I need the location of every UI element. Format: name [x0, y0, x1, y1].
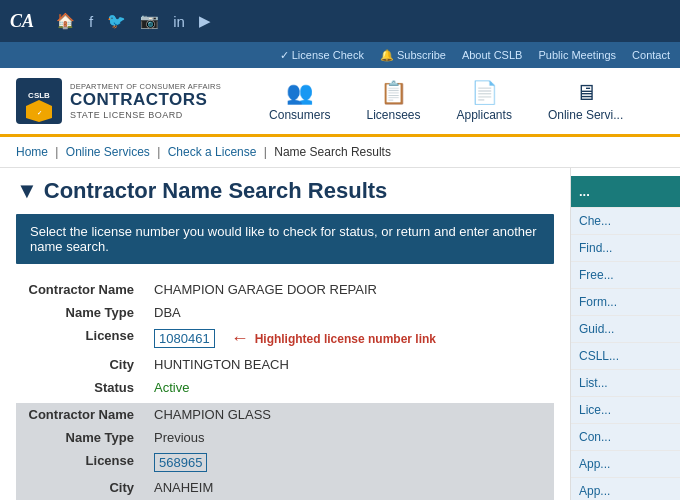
logo-text-block: DEPARTMENT OF CONSUMER AFFAIRS CONTRACTO… — [70, 82, 221, 120]
label-license-2: License — [16, 449, 146, 476]
page-title: Contractor Name Search Results — [44, 178, 388, 204]
logo-block: CSLB ✓ DEPARTMENT OF CONSUMER AFFAIRS CO… — [16, 78, 221, 124]
consumers-icon: 👥 — [286, 80, 313, 106]
table-row: Status Active — [16, 376, 554, 399]
logo-board-label: STATE LICENSE BOARD — [70, 110, 221, 120]
license-number-link-1[interactable]: 1080461 — [154, 329, 215, 348]
contact-link[interactable]: Contact — [632, 49, 670, 61]
value-name-type-2: Previous — [146, 426, 554, 449]
title-arrow-icon: ▼ — [16, 178, 38, 204]
content-area: ▼ Contractor Name Search Results Select … — [0, 168, 570, 500]
gov-bar: CA 🏠 f 🐦 📷 in ▶ — [0, 0, 680, 42]
nav-applicants-label: Applicants — [457, 108, 512, 122]
facebook-icon[interactable]: f — [89, 13, 93, 30]
twitter-icon[interactable]: 🐦 — [107, 12, 126, 30]
main-nav: 👥 Consumers 📋 Licensees 📄 Applicants 🖥 O… — [251, 76, 664, 126]
label-status-1: Status — [16, 376, 146, 399]
nav-online-services-label: Online Servi... — [548, 108, 623, 122]
applicants-icon: 📄 — [471, 80, 498, 106]
sidebar-item-5[interactable]: CSLL... — [571, 343, 680, 370]
sidebar-item-1[interactable]: Find... — [571, 235, 680, 262]
label-contractor-name-1: Contractor Name — [16, 278, 146, 301]
right-sidebar: ... Che... Find... Free... Form... Guid.… — [570, 168, 680, 500]
label-name-type-1: Name Type — [16, 301, 146, 324]
breadcrumb-online-services[interactable]: Online Services — [66, 145, 150, 159]
sidebar-item-6[interactable]: List... — [571, 370, 680, 397]
license-number-link-2[interactable]: 568965 — [154, 453, 207, 472]
label-name-type-2: Name Type — [16, 426, 146, 449]
sidebar-item-10[interactable]: App... — [571, 478, 680, 500]
value-name-type-1: DBA — [146, 301, 554, 324]
table-row: Contractor Name CHAMPION GARAGE DOOR REP… — [16, 278, 554, 301]
sidebar-item-3[interactable]: Form... — [571, 289, 680, 316]
breadcrumb-sep-1: | — [55, 145, 58, 159]
sidebar-item-9[interactable]: App... — [571, 451, 680, 478]
label-city-2: City — [16, 476, 146, 499]
sidebar-item-2[interactable]: Free... — [571, 262, 680, 289]
sidebar-item-8[interactable]: Con... — [571, 424, 680, 451]
nav-consumers-label: Consumers — [269, 108, 330, 122]
home-icon[interactable]: 🏠 — [56, 12, 75, 30]
status-active-badge-1: Active — [154, 380, 189, 395]
table-row: City ANAHEIM — [16, 476, 554, 499]
svg-text:CSLB: CSLB — [28, 91, 50, 100]
value-city-2: ANAHEIM — [146, 476, 554, 499]
nav-licensees[interactable]: 📋 Licensees — [348, 76, 438, 126]
value-contractor-name-2: CHAMPION GLASS — [146, 403, 554, 426]
annotation-arrow: ← — [231, 328, 249, 349]
breadcrumb: Home | Online Services | Check a License… — [0, 137, 680, 168]
page-title-block: ▼ Contractor Name Search Results — [16, 178, 554, 204]
annotation-label: Highlighted license number link — [255, 332, 436, 346]
table-row: City HUNTINGTON BEACH — [16, 353, 554, 376]
nav-consumers[interactable]: 👥 Consumers — [251, 76, 348, 126]
main-layout: ▼ Contractor Name Search Results Select … — [0, 168, 680, 500]
sidebar-item-0[interactable]: Che... — [571, 208, 680, 235]
table-row: License 1080461 ← Highlighted license nu… — [16, 324, 554, 353]
about-link[interactable]: About CSLB — [462, 49, 523, 61]
license-check-link[interactable]: ✓ License Check — [280, 49, 364, 62]
online-services-icon: 🖥 — [575, 80, 597, 106]
label-contractor-name-2: Contractor Name — [16, 403, 146, 426]
sidebar-item-7[interactable]: Lice... — [571, 397, 680, 424]
value-license-2: 568965 — [146, 449, 554, 476]
ca-gov-logo: CA — [10, 11, 34, 32]
svg-text:✓: ✓ — [37, 110, 42, 116]
cslb-shield-logo: CSLB ✓ — [16, 78, 62, 124]
site-header: CSLB ✓ DEPARTMENT OF CONSUMER AFFAIRS CO… — [0, 68, 680, 137]
table-row: Contractor Name CHAMPION GLASS — [16, 403, 554, 426]
nav-applicants[interactable]: 📄 Applicants — [439, 76, 530, 126]
sidebar-item-top[interactable]: ... — [571, 176, 680, 208]
table-row: Name Type DBA — [16, 301, 554, 324]
gov-bar-social-icons: 🏠 f 🐦 📷 in ▶ — [56, 12, 211, 30]
nav-online-services[interactable]: 🖥 Online Servi... — [530, 76, 629, 126]
breadcrumb-sep-3: | — [264, 145, 267, 159]
nav-licensees-label: Licensees — [366, 108, 420, 122]
breadcrumb-sep-2: | — [157, 145, 160, 159]
instagram-icon[interactable]: 📷 — [140, 12, 159, 30]
value-contractor-name-1: CHAMPION GARAGE DOOR REPAIR — [146, 278, 554, 301]
value-city-1: HUNTINGTON BEACH — [146, 353, 554, 376]
linkedin-icon[interactable]: in — [173, 13, 185, 30]
instruction-bar: Select the license number you would like… — [16, 214, 554, 264]
subscribe-link[interactable]: 🔔 Subscribe — [380, 49, 446, 62]
table-row: Name Type Previous — [16, 426, 554, 449]
sidebar-item-4[interactable]: Guid... — [571, 316, 680, 343]
results-table: Contractor Name CHAMPION GARAGE DOOR REP… — [16, 278, 554, 500]
breadcrumb-current: Name Search Results — [274, 145, 391, 159]
annotation-text: ← Highlighted license number link — [231, 328, 436, 349]
value-status-1: Active — [146, 376, 554, 399]
label-city-1: City — [16, 353, 146, 376]
utility-bar: ✓ License Check 🔔 Subscribe About CSLB P… — [0, 42, 680, 68]
table-row: License 568965 — [16, 449, 554, 476]
licensees-icon: 📋 — [380, 80, 407, 106]
logo-name-label: CONTRACTORS — [70, 91, 221, 110]
value-license-1: 1080461 ← Highlighted license number lin… — [146, 324, 554, 353]
breadcrumb-check-license[interactable]: Check a License — [168, 145, 257, 159]
youtube-icon[interactable]: ▶ — [199, 12, 211, 30]
breadcrumb-home[interactable]: Home — [16, 145, 48, 159]
label-license-1: License — [16, 324, 146, 353]
instruction-text: Select the license number you would like… — [30, 224, 537, 254]
public-meetings-link[interactable]: Public Meetings — [538, 49, 616, 61]
